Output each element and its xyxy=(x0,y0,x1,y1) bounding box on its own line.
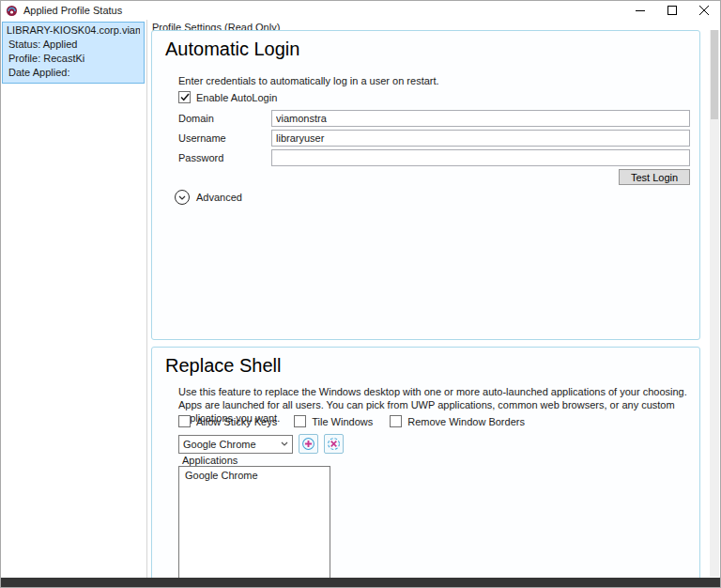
expander-circle xyxy=(175,190,190,205)
dropdown-chevron-icon xyxy=(281,441,288,446)
remove-application-button[interactable] xyxy=(324,434,344,454)
allow-sticky-keys-option: Allow Sticky Keys xyxy=(178,415,277,427)
close-icon xyxy=(699,6,709,15)
scrollbar-thumb[interactable] xyxy=(711,30,718,119)
applications-label: Applications xyxy=(182,455,238,466)
domain-label: Domain xyxy=(178,113,214,124)
application-dropdown-value: Google Chrome xyxy=(183,439,281,450)
username-label: Username xyxy=(178,132,226,144)
tile-windows-option: Tile Windows xyxy=(294,415,373,427)
tile-windows-label: Tile Windows xyxy=(312,416,373,427)
remove-window-borders-option: Remove Window Borders xyxy=(390,415,525,427)
titlebar: Applied Profile Status xyxy=(1,1,720,20)
password-row: Password xyxy=(176,149,690,166)
advanced-expander[interactable]: Advanced xyxy=(175,190,242,205)
advanced-label: Advanced xyxy=(196,192,242,203)
minimize-icon xyxy=(636,6,645,15)
test-login-label: Test Login xyxy=(631,172,678,183)
add-icon xyxy=(301,437,315,451)
taskbar-strip xyxy=(1,578,720,587)
enable-autologin-checkbox[interactable] xyxy=(178,91,191,103)
allow-sticky-keys-checkbox[interactable] xyxy=(178,415,191,427)
minimize-button[interactable] xyxy=(624,1,656,20)
allow-sticky-keys-label: Allow Sticky Keys xyxy=(196,416,277,427)
window-controls xyxy=(624,1,720,20)
replace-shell-section: Replace Shell Use this feature to replac… xyxy=(151,347,700,578)
automatic-login-description: Enter credentials to automatically log i… xyxy=(178,74,439,87)
enable-autologin-label: Enable AutoLogin xyxy=(196,92,277,103)
enable-autologin-row: Enable AutoLogin xyxy=(178,91,277,103)
app-window: Applied Profile Status LIBRARY-KIOSK04.c… xyxy=(0,0,721,588)
tile-windows-checkbox[interactable] xyxy=(294,415,306,427)
device-status: Status: Applied xyxy=(7,38,140,52)
device-list: LIBRARY-KIOSK04.corp.viamonstra.c Status… xyxy=(1,20,147,578)
maximize-button[interactable] xyxy=(656,1,688,20)
application-list-item[interactable]: Google Chrome xyxy=(179,467,330,484)
shell-options-row: Allow Sticky Keys Tile Windows Remove Wi… xyxy=(178,415,525,427)
domain-input[interactable] xyxy=(271,110,690,127)
profile-settings-panel: Profile Settings (Read Only) Automatic L… xyxy=(148,20,720,578)
device-list-item-selected[interactable]: LIBRARY-KIOSK04.corp.viamonstra.c Status… xyxy=(2,22,145,84)
device-name: LIBRARY-KIOSK04.corp.viamonstra.c xyxy=(7,23,140,38)
device-profile: Profile: RecastKi xyxy=(7,52,140,66)
domain-row: Domain xyxy=(176,110,690,127)
remove-window-borders-checkbox[interactable] xyxy=(390,415,402,427)
application-picker-row: Google Chrome xyxy=(178,434,344,454)
maximize-icon xyxy=(667,6,677,15)
test-login-button[interactable]: Test Login xyxy=(619,169,690,185)
chevron-down-icon xyxy=(178,195,186,200)
username-input[interactable] xyxy=(271,130,690,147)
remove-icon xyxy=(327,437,341,451)
username-row: Username xyxy=(176,130,690,147)
automatic-login-title: Automatic Login xyxy=(165,39,299,60)
applications-listbox[interactable]: Google Chrome xyxy=(178,466,330,578)
password-label: Password xyxy=(178,152,223,163)
device-date-applied: Date Applied: xyxy=(7,66,140,80)
close-button[interactable] xyxy=(688,1,720,20)
application-dropdown[interactable]: Google Chrome xyxy=(178,435,293,454)
check-icon xyxy=(180,93,190,101)
window-title: Applied Profile Status xyxy=(23,5,122,16)
add-application-button[interactable] xyxy=(299,434,318,454)
vertical-scrollbar[interactable] xyxy=(710,30,719,577)
app-icon xyxy=(6,5,18,17)
automatic-login-section: Automatic Login Enter credentials to aut… xyxy=(151,30,700,340)
replace-shell-title: Replace Shell xyxy=(165,355,281,377)
remove-window-borders-label: Remove Window Borders xyxy=(407,416,525,427)
password-input[interactable] xyxy=(271,149,690,166)
